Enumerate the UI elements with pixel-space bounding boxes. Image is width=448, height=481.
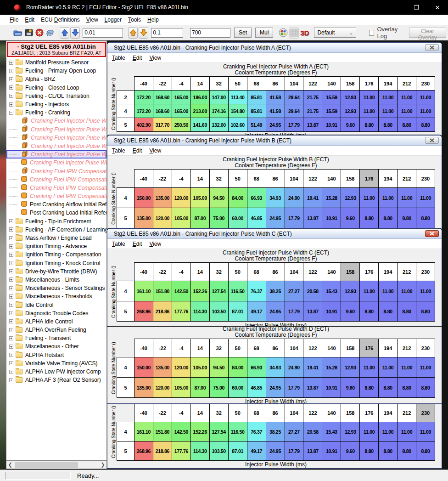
row-header[interactable]: 5 [117, 441, 134, 461]
tree-category[interactable]: −Fueling - Cranking [6, 108, 106, 117]
data-cell[interactable]: 15.59 [322, 104, 341, 118]
data-cell[interactable]: 20.58 [303, 281, 322, 301]
tree-table-item[interactable]: Cranking Fuel Injector Pulse Wid [6, 125, 106, 134]
data-cell[interactable]: 24.95 [266, 118, 285, 132]
data-cell[interactable]: 11.00 [379, 188, 398, 208]
tree-category[interactable]: +Fueling - Tip-in Enrichment [6, 217, 106, 226]
data-cell[interactable]: 66.93 [247, 188, 266, 208]
expand-icon[interactable]: + [9, 227, 13, 232]
data-cell[interactable]: 24.90 [285, 357, 303, 378]
expand-icon[interactable]: + [9, 286, 13, 290]
data-cell[interactable]: 38.25 [266, 422, 285, 441]
tree-category[interactable]: +ALPHA AF 3 (Rear O2 Sensor) [6, 376, 106, 384]
data-cell[interactable]: 11.00 [379, 104, 398, 118]
tree-table-item[interactable]: Cranking Fuel Injector Pulse Wid [6, 142, 106, 150]
data-cell[interactable]: 8.80 [398, 441, 416, 461]
data-cell[interactable]: 46.85 [247, 378, 266, 398]
column-header[interactable]: 50 [228, 263, 247, 281]
tree-category[interactable]: +Mass Airflow / Engine Load [6, 234, 106, 242]
data-cell[interactable]: 12.93 [341, 104, 360, 118]
data-cell[interactable]: 127.54 [209, 422, 228, 441]
tree-category[interactable]: +Fueling - AF Correction / Learning [6, 226, 106, 234]
expand-icon[interactable]: + [9, 244, 13, 249]
scroll-right-icon[interactable]: ❯ [99, 462, 106, 468]
data-cell[interactable]: 11.00 [416, 422, 435, 441]
column-header[interactable]: 194 [379, 339, 398, 357]
data-cell[interactable]: 150.00 [134, 188, 153, 208]
data-cell[interactable]: 105.00 [172, 378, 190, 398]
column-header[interactable]: 140 [322, 170, 341, 188]
tree-category[interactable]: +Miscellaneous - Limits [6, 276, 106, 284]
window-titlebar[interactable]: Stg2 UEL E85 v86 A01I.bin - Cranking Fue… [107, 229, 442, 239]
data-cell[interactable]: 84.00 [228, 357, 247, 378]
data-cell[interactable]: 8.80 [398, 301, 416, 322]
data-cell[interactable]: 116.50 [228, 422, 247, 441]
column-header[interactable]: 194 [379, 170, 398, 188]
data-cell[interactable]: 8.80 [416, 441, 435, 461]
data-cell[interactable]: 168.60 [153, 104, 172, 118]
column-header[interactable]: 86 [266, 170, 285, 188]
overlay-log-checkbox[interactable] [369, 30, 374, 36]
data-cell[interactable]: 141.60 [190, 118, 209, 132]
data-cell[interactable]: 24.95 [266, 441, 285, 461]
row-header[interactable]: 4 [117, 188, 134, 208]
expand-icon[interactable]: + [9, 311, 13, 315]
data-cell[interactable]: 11.00 [398, 91, 416, 104]
column-header[interactable]: 122 [303, 339, 322, 357]
data-cell[interactable]: 11.00 [416, 188, 435, 208]
window-menu-table[interactable]: Table [111, 54, 129, 62]
scrollbar-thumb[interactable] [15, 462, 78, 468]
tree-table-item[interactable]: Cranking Fuel IPW Compensatio [6, 192, 106, 200]
column-header[interactable]: 230 [416, 404, 435, 422]
window-menu-edit[interactable]: Edit [132, 240, 146, 248]
expand-icon[interactable]: + [9, 336, 13, 340]
data-cell[interactable]: 17.79 [285, 208, 303, 228]
column-header[interactable]: 50 [228, 404, 247, 422]
window-close-button[interactable] [425, 230, 439, 237]
data-cell[interactable]: 8.80 [360, 378, 379, 398]
data-cell[interactable]: 11.00 [360, 422, 379, 441]
row-header[interactable]: 4 [117, 357, 134, 378]
data-cell[interactable]: 8.80 [379, 301, 398, 322]
tree-category[interactable]: +Manifold Pressure Sensor [6, 58, 106, 67]
data-cell[interactable]: 116.50 [228, 281, 247, 301]
column-header[interactable]: -40 [134, 170, 153, 188]
data-cell[interactable]: 11.00 [398, 357, 416, 378]
data-cell[interactable]: 12.93 [341, 281, 360, 301]
data-cell[interactable]: 8.80 [379, 208, 398, 228]
column-header[interactable]: 230 [416, 339, 435, 357]
set-button[interactable]: Set [234, 28, 252, 38]
increment-coarse-button[interactable] [128, 27, 138, 39]
data-cell[interactable]: 102.60 [228, 118, 247, 132]
tree-category[interactable]: +Miscellaneous - Thresholds [6, 292, 106, 300]
data-cell[interactable]: 8.80 [360, 441, 379, 461]
column-header[interactable]: 158 [341, 77, 360, 91]
data-cell[interactable]: 12.93 [341, 91, 360, 104]
tree-category[interactable]: +Ignition Timing - Compensation [6, 250, 106, 259]
column-header[interactable]: 158 [341, 339, 360, 357]
window-menu-table[interactable]: Table [111, 240, 129, 248]
data-cell[interactable]: 76.37 [247, 422, 266, 441]
column-header[interactable]: 194 [379, 404, 398, 422]
column-header[interactable]: 176 [360, 77, 379, 91]
data-cell[interactable]: 24.90 [285, 188, 303, 208]
data-cell[interactable]: 60.00 [228, 208, 247, 228]
tree-table-item[interactable]: Cranking Fuel IPW Compensatio [6, 175, 106, 184]
column-header[interactable]: 230 [416, 170, 435, 188]
data-cell[interactable]: 11.00 [398, 422, 416, 441]
mul-button[interactable]: Mul [255, 28, 273, 38]
column-header[interactable]: -22 [153, 77, 172, 91]
data-cell[interactable]: 161.10 [134, 422, 153, 441]
expand-icon[interactable]: + [9, 303, 13, 307]
expand-icon[interactable]: + [9, 69, 13, 73]
expand-icon[interactable]: + [9, 378, 13, 382]
column-header[interactable]: -4 [172, 404, 190, 422]
expand-icon[interactable]: + [9, 328, 13, 332]
data-cell[interactable]: 114.30 [190, 441, 209, 461]
data-cell[interactable]: 8.80 [416, 301, 435, 322]
column-header[interactable]: 140 [322, 263, 341, 281]
column-header[interactable]: 50 [228, 77, 247, 91]
data-cell[interactable]: 11.00 [360, 357, 379, 378]
row-header[interactable]: 5 [117, 208, 134, 228]
column-header[interactable]: 158 [341, 263, 360, 281]
